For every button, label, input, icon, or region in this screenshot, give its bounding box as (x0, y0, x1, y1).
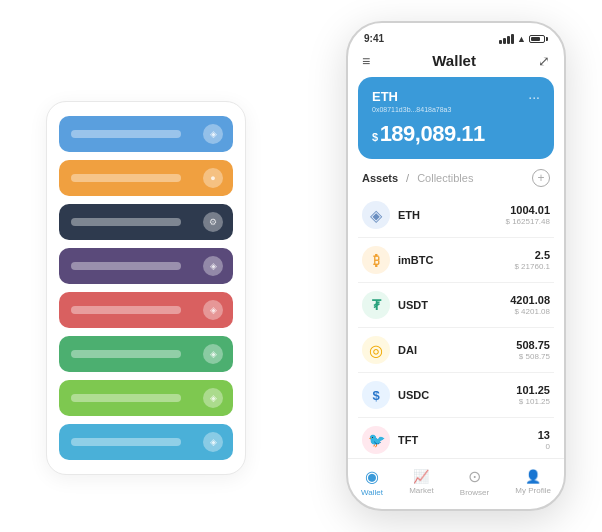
card-text (71, 262, 181, 270)
table-row[interactable]: 🐦 TFT 13 0 (358, 418, 554, 458)
asset-amounts-tft: 13 0 (538, 429, 550, 451)
usdt-amount: 4201.08 (510, 294, 550, 306)
list-item[interactable]: ◈ (59, 336, 233, 372)
asset-amounts-imbtc: 2.5 $ 21760.1 (514, 249, 550, 271)
asset-name-usdt: USDT (398, 299, 510, 311)
bottom-nav: ◉ Wallet 📈 Market ⊙ Browser 👤 My Profile (348, 458, 564, 509)
list-item[interactable]: ◈ (59, 248, 233, 284)
card-icon: ◈ (203, 256, 223, 276)
card-icon: ⚙ (203, 212, 223, 232)
table-row[interactable]: $ USDC 101.25 $ 101.25 (358, 373, 554, 418)
add-asset-button[interactable]: + (532, 169, 550, 187)
nav-item-market[interactable]: 📈 Market (409, 469, 433, 495)
card-text (71, 350, 181, 358)
list-item[interactable]: ⚙ (59, 204, 233, 240)
eth-amount: 1004.01 (506, 204, 551, 216)
card-icon: ◈ (203, 388, 223, 408)
card-text (71, 174, 181, 182)
asset-name-tft: TFT (398, 434, 538, 446)
eth-balance-amount: $189,089.11 (372, 121, 540, 147)
card-text (71, 438, 181, 446)
page-title: Wallet (432, 52, 476, 69)
profile-nav-label: My Profile (515, 486, 551, 495)
imbtc-icon: ₿ (362, 246, 390, 274)
asset-name-dai: DAI (398, 344, 516, 356)
tft-amount: 13 (538, 429, 550, 441)
usdc-amount: 101.25 (516, 384, 550, 396)
list-item[interactable]: ◈ (59, 292, 233, 328)
eth-card-header: ETH 0x08711d3b...8418a78a3 ··· (372, 89, 540, 113)
browser-nav-label: Browser (460, 488, 489, 497)
card-text (71, 218, 181, 226)
list-item[interactable]: ◈ (59, 380, 233, 416)
eth-card-info: ETH 0x08711d3b...8418a78a3 (372, 89, 451, 113)
wallet-nav-label: Wallet (361, 488, 383, 497)
phone: 9:41 ▲ ≡ Wallet ⤢ (346, 21, 566, 511)
usdt-value: $ 4201.08 (510, 307, 550, 316)
table-row[interactable]: ◎ DAI 508.75 $ 508.75 (358, 328, 554, 373)
browser-nav-icon: ⊙ (468, 467, 481, 486)
asset-amounts-usdc: 101.25 $ 101.25 (516, 384, 550, 406)
eth-address: 0x08711d3b...8418a78a3 (372, 106, 451, 113)
card-icon: ◈ (203, 432, 223, 452)
wifi-icon: ▲ (517, 34, 526, 44)
dai-icon: ◎ (362, 336, 390, 364)
tab-assets[interactable]: Assets (362, 172, 398, 184)
usdt-icon: ₮ (362, 291, 390, 319)
card-icon: ◈ (203, 300, 223, 320)
status-icons: ▲ (499, 34, 548, 44)
list-item[interactable]: ◈ (59, 424, 233, 460)
eth-value: $ 162517.48 (506, 217, 551, 226)
assets-tabs: Assets / Collectibles (362, 172, 473, 184)
eth-symbol: ETH (372, 89, 451, 104)
market-nav-icon: 📈 (413, 469, 429, 484)
table-row[interactable]: ₿ imBTC 2.5 $ 21760.1 (358, 238, 554, 283)
tab-separator: / (406, 172, 409, 184)
top-nav: ≡ Wallet ⤢ (348, 48, 564, 77)
signal-bars-icon (499, 34, 514, 44)
tft-value: 0 (538, 442, 550, 451)
status-time: 9:41 (364, 33, 384, 44)
expand-icon[interactable]: ⤢ (538, 53, 550, 69)
usdc-value: $ 101.25 (516, 397, 550, 406)
market-nav-label: Market (409, 486, 433, 495)
asset-amounts-eth: 1004.01 $ 162517.48 (506, 204, 551, 226)
asset-amounts-dai: 508.75 $ 508.75 (516, 339, 550, 361)
nav-item-profile[interactable]: 👤 My Profile (515, 469, 551, 495)
asset-name-usdc: USDC (398, 389, 516, 401)
table-row[interactable]: ₮ USDT 4201.08 $ 4201.08 (358, 283, 554, 328)
scene: ◈ ● ⚙ ◈ ◈ ◈ ◈ ◈ (16, 11, 586, 521)
menu-icon[interactable]: ≡ (362, 53, 370, 69)
profile-nav-icon: 👤 (525, 469, 541, 484)
battery-icon (529, 35, 548, 43)
dai-amount: 508.75 (516, 339, 550, 351)
asset-name-imbtc: imBTC (398, 254, 514, 266)
assets-header: Assets / Collectibles + (348, 159, 564, 193)
eth-balance-card[interactable]: ETH 0x08711d3b...8418a78a3 ··· $189,089.… (358, 77, 554, 159)
card-text (71, 130, 181, 138)
tab-collectibles[interactable]: Collectibles (417, 172, 473, 184)
card-text (71, 394, 181, 402)
card-text (71, 306, 181, 314)
list-item[interactable]: ● (59, 160, 233, 196)
status-bar: 9:41 ▲ (348, 23, 564, 48)
card-stack: ◈ ● ⚙ ◈ ◈ ◈ ◈ ◈ (46, 101, 246, 475)
asset-list: ◈ ETH 1004.01 $ 162517.48 ₿ imBTC 2.5 $ … (348, 193, 564, 458)
list-item[interactable]: ◈ (59, 116, 233, 152)
nav-item-wallet[interactable]: ◉ Wallet (361, 467, 383, 497)
usdc-icon: $ (362, 381, 390, 409)
table-row[interactable]: ◈ ETH 1004.01 $ 162517.48 (358, 193, 554, 238)
card-options-icon[interactable]: ··· (528, 89, 540, 105)
asset-name-eth: ETH (398, 209, 506, 221)
card-icon: ● (203, 168, 223, 188)
card-icon: ◈ (203, 124, 223, 144)
asset-amounts-usdt: 4201.08 $ 4201.08 (510, 294, 550, 316)
nav-item-browser[interactable]: ⊙ Browser (460, 467, 489, 497)
wallet-nav-icon: ◉ (365, 467, 379, 486)
imbtc-amount: 2.5 (514, 249, 550, 261)
eth-icon: ◈ (362, 201, 390, 229)
dai-value: $ 508.75 (516, 352, 550, 361)
tft-icon: 🐦 (362, 426, 390, 454)
card-icon: ◈ (203, 344, 223, 364)
imbtc-value: $ 21760.1 (514, 262, 550, 271)
